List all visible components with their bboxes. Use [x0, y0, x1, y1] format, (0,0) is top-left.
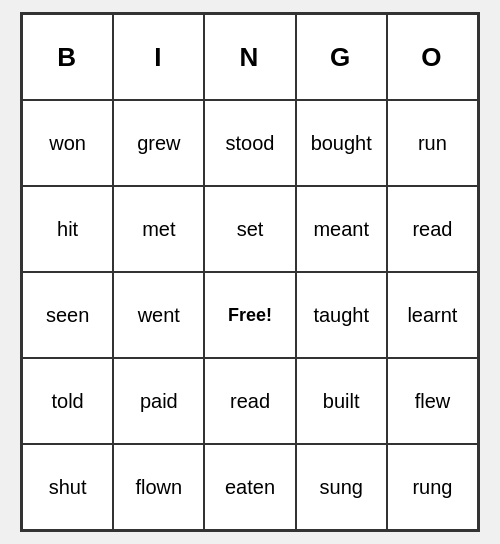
- cell-5-3: eaten: [204, 444, 295, 530]
- header-o: O: [387, 14, 478, 100]
- cell-4-1: told: [22, 358, 113, 444]
- cell-1-1: won: [22, 100, 113, 186]
- cell-5-4: sung: [296, 444, 387, 530]
- cell-3-4: taught: [296, 272, 387, 358]
- cell-4-2: paid: [113, 358, 204, 444]
- cell-4-4: built: [296, 358, 387, 444]
- cell-4-5: flew: [387, 358, 478, 444]
- cell-2-4: meant: [296, 186, 387, 272]
- cell-5-5: rung: [387, 444, 478, 530]
- cell-1-4: bought: [296, 100, 387, 186]
- row-3: seen went Free! taught learnt: [22, 272, 478, 358]
- cell-2-5: read: [387, 186, 478, 272]
- cell-3-2: went: [113, 272, 204, 358]
- cell-2-1: hit: [22, 186, 113, 272]
- header-b: B: [22, 14, 113, 100]
- header-n: N: [204, 14, 295, 100]
- row-2: hit met set meant read: [22, 186, 478, 272]
- header-i: I: [113, 14, 204, 100]
- cell-5-1: shut: [22, 444, 113, 530]
- cell-3-3-free: Free!: [204, 272, 295, 358]
- cell-1-5: run: [387, 100, 478, 186]
- row-4: told paid read built flew: [22, 358, 478, 444]
- row-5: shut flown eaten sung rung: [22, 444, 478, 530]
- row-1: won grew stood bought run: [22, 100, 478, 186]
- bingo-card: B I N G O won grew stood bought run hit …: [20, 12, 480, 532]
- cell-4-3: read: [204, 358, 295, 444]
- header-g: G: [296, 14, 387, 100]
- cell-3-5: learnt: [387, 272, 478, 358]
- cell-1-3: stood: [204, 100, 295, 186]
- cell-2-3: set: [204, 186, 295, 272]
- cell-5-2: flown: [113, 444, 204, 530]
- cell-2-2: met: [113, 186, 204, 272]
- header-row: B I N G O: [22, 14, 478, 100]
- cell-3-1: seen: [22, 272, 113, 358]
- cell-1-2: grew: [113, 100, 204, 186]
